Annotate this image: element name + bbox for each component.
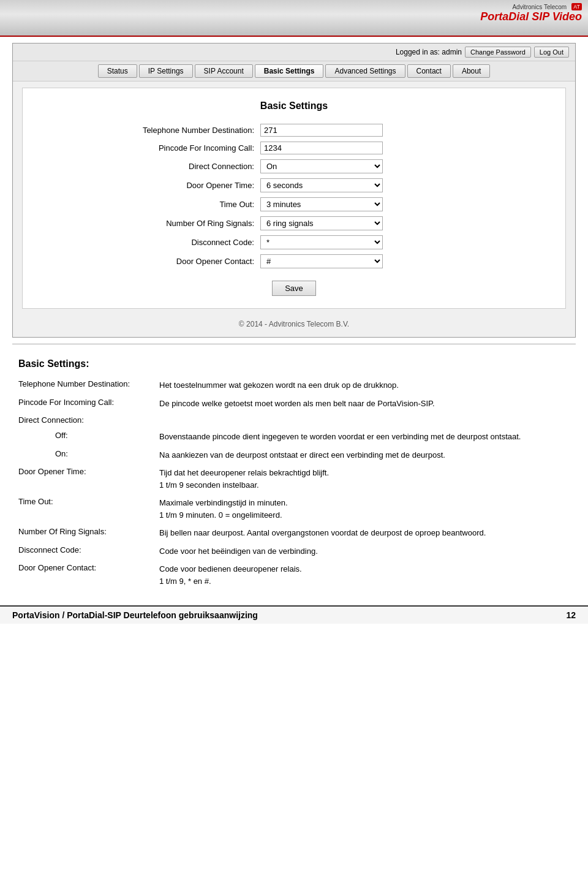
doc-term-pincode: Pincode For Incoming Call: [18, 398, 159, 407]
door-opener-time-select[interactable]: 1 second 2 seconds 3 seconds 4 seconds 5… [260, 178, 383, 192]
form-row-disconnect-code: Disconnect Code: * # 1 2 [126, 235, 462, 249]
doc-row-direct-connection-label: Direct Connection: [18, 415, 570, 425]
divider [12, 344, 576, 344]
tab-basic-settings[interactable]: Basic Settings [255, 64, 324, 78]
doc-def-pincode: De pincode welke getoetst moet worden al… [159, 398, 570, 410]
login-bar: Logged in as: admin Change Password Log … [13, 44, 575, 61]
logged-in-text: Logged in as: admin [396, 48, 462, 56]
telephone-input[interactable] [260, 124, 383, 137]
doc-def-time-out: Maximale verbindingstijd in minuten.1 t/… [159, 497, 570, 521]
label-door-opener-time: Door Opener Time: [126, 181, 260, 190]
tab-sip-account[interactable]: SIP Account [195, 64, 253, 78]
form-row-telephone: Telephone Number Destination: [126, 124, 462, 137]
doc-term-direct-connection: Direct Connection: [18, 415, 159, 425]
doc-def-on: Na aankiezen van de deurpost ontstaat er… [159, 449, 570, 461]
doc-row-disconnect-code: Disconnect Code: Code voor het beëindige… [18, 545, 570, 558]
doc-def-disconnect-code: Code voor het beëindigen van de verbindi… [159, 545, 570, 558]
tab-ip-settings[interactable]: IP Settings [139, 64, 193, 78]
label-direct-connection: Direct Connection: [126, 162, 260, 171]
logo-brand: Advitronics Telecom [512, 4, 567, 10]
logout-button[interactable]: Log Out [534, 47, 569, 58]
direct-connection-select[interactable]: On Off [260, 159, 383, 173]
doc-term-ring-signals: Number Of Ring Signals: [18, 527, 159, 536]
input-pincode[interactable] [260, 142, 383, 154]
logo-at: AT [571, 3, 582, 10]
doc-row-off: Off: Bovenstaande pincode dient ingegeve… [18, 431, 570, 443]
form-row-door-opener-contact: Door Opener Contact: * # 1 2 [126, 254, 462, 268]
ring-signals-select[interactable]: 1 ring signal 2 ring signals 3 ring sign… [260, 216, 383, 230]
label-disconnect-code: Disconnect Code: [126, 238, 260, 247]
input-telephone[interactable] [260, 124, 383, 137]
save-row: Save [126, 281, 462, 296]
doc-term-door-opener-contact: Door Opener Contact: [18, 563, 159, 572]
logo-area: Advitronics Telecom AT PortaDial SIP Vid… [480, 3, 582, 23]
bottom-bar-page: 12 [566, 610, 576, 620]
select-door-opener-time[interactable]: 1 second 2 seconds 3 seconds 4 seconds 5… [260, 178, 383, 192]
doc-term-time-out: Time Out: [18, 497, 159, 506]
doc-row-pincode: Pincode For Incoming Call: De pincode we… [18, 398, 570, 410]
content-area: Basic Settings Telephone Number Destinat… [22, 88, 566, 309]
bottom-bar-title: PortaVision / PortaDial-SIP Deurtelefoon… [12, 610, 258, 620]
doc-row-door-opener-time: Door Opener Time: Tijd dat het deeuropen… [18, 467, 570, 491]
doc-row-door-opener-contact: Door Opener Contact: Code voor bedienen … [18, 563, 570, 587]
doc-term-off: Off: [18, 431, 159, 440]
app-window: Logged in as: admin Change Password Log … [12, 43, 576, 338]
pincode-input[interactable] [260, 142, 383, 154]
label-time-out: Time Out: [126, 200, 260, 209]
doc-term-telephone: Telephone Number Destination: [18, 379, 159, 388]
select-door-opener-contact[interactable]: * # 1 2 [260, 254, 383, 268]
doc-row-ring-signals: Number Of Ring Signals: Bij bellen naar … [18, 527, 570, 539]
doc-def-off: Bovenstaande pincode dient ingegeven te … [159, 431, 570, 443]
bottom-bar: PortaVision / PortaDial-SIP Deurtelefoon… [0, 605, 588, 624]
select-time-out[interactable]: 1 minute 2 minutes 3 minutes 4 minutes 5… [260, 197, 383, 211]
doc-def-door-opener-time: Tijd dat het deeuropener relais bekracht… [159, 467, 570, 491]
select-direct-connection[interactable]: On Off [260, 159, 383, 173]
footer-copyright: © 2014 - Advitronics Telecom B.V. [13, 315, 575, 331]
doc-term-on: On: [18, 449, 159, 458]
doc-heading: Basic Settings: [18, 358, 570, 369]
form-row-ring-signals: Number Of Ring Signals: 1 ring signal 2 … [126, 216, 462, 230]
tab-about[interactable]: About [453, 64, 490, 78]
doc-term-door-opener-time: Door Opener Time: [18, 467, 159, 476]
select-ring-signals[interactable]: 1 ring signal 2 ring signals 3 ring sign… [260, 216, 383, 230]
form-row-pincode: Pincode For Incoming Call: [126, 142, 462, 154]
tab-contact[interactable]: Contact [407, 64, 451, 78]
label-pincode: Pincode For Incoming Call: [126, 143, 260, 153]
documentation-section: Basic Settings: Telephone Number Destina… [0, 349, 588, 599]
door-opener-contact-select[interactable]: * # 1 2 [260, 254, 383, 268]
label-telephone: Telephone Number Destination: [126, 126, 260, 135]
form-row-time-out: Time Out: 1 minute 2 minutes 3 minutes 4… [126, 197, 462, 211]
save-button[interactable]: Save [272, 281, 316, 296]
disconnect-code-select[interactable]: * # 1 2 [260, 235, 383, 249]
doc-def-door-opener-contact: Code voor bedienen deeuropener relais.1 … [159, 563, 570, 587]
top-header: Advitronics Telecom AT PortaDial SIP Vid… [0, 0, 588, 37]
basic-settings-form: Telephone Number Destination: Pincode Fo… [126, 124, 462, 296]
time-out-select[interactable]: 1 minute 2 minutes 3 minutes 4 minutes 5… [260, 197, 383, 211]
form-row-door-opener-time: Door Opener Time: 1 second 2 seconds 3 s… [126, 178, 462, 192]
label-door-opener-contact: Door Opener Contact: [126, 257, 260, 266]
doc-def-ring-signals: Bij bellen naar deurpost. Aantal overgan… [159, 527, 570, 539]
tab-advanced-settings[interactable]: Advanced Settings [325, 64, 405, 78]
doc-def-telephone: Het toestelnummer wat gekozen wordt na e… [159, 379, 570, 392]
doc-row-time-out: Time Out: Maximale verbindingstijd in mi… [18, 497, 570, 521]
form-row-direct-connection: Direct Connection: On Off [126, 159, 462, 173]
doc-term-disconnect-code: Disconnect Code: [18, 545, 159, 554]
select-disconnect-code[interactable]: * # 1 2 [260, 235, 383, 249]
tab-status[interactable]: Status [98, 64, 137, 78]
doc-row-on: On: Na aankiezen van de deurpost ontstaa… [18, 449, 570, 461]
label-ring-signals: Number Of Ring Signals: [126, 219, 260, 228]
nav-tabs: Status IP Settings SIP Account Basic Set… [13, 61, 575, 81]
change-password-button[interactable]: Change Password [465, 47, 531, 58]
page-title: Basic Settings [41, 100, 547, 112]
logo-product: PortaDial SIP Video [480, 10, 582, 23]
doc-row-telephone: Telephone Number Destination: Het toeste… [18, 379, 570, 392]
